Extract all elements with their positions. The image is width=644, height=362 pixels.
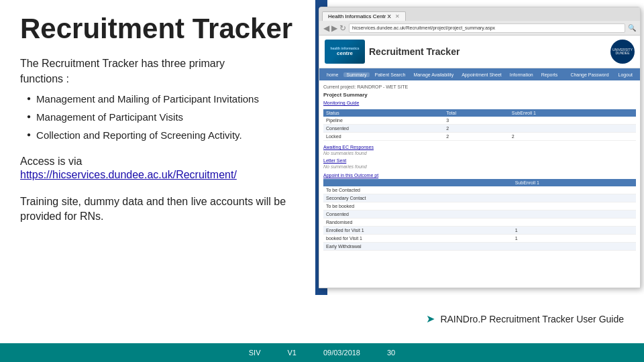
nav-patient-search[interactable]: Patient Search xyxy=(371,72,409,77)
browser-tabs: Health Informatics Centr X ✕ xyxy=(319,7,640,21)
table-row: Early Withdrawal xyxy=(323,243,636,251)
project-summary-title: Project Summary xyxy=(323,92,636,98)
table-row: Secondary Contact xyxy=(323,194,636,202)
col-total: Total xyxy=(443,109,509,117)
bullet-list: Management and Mailing of Participant In… xyxy=(27,92,302,142)
footer-page: 30 xyxy=(387,349,395,357)
hic-tracker-title: Recruitment Tracker xyxy=(369,46,460,57)
refresh-icon[interactable]: ↻ xyxy=(339,23,346,33)
uni-dundee-logo: UNIVERSITYDUNDEE xyxy=(610,40,635,64)
nav-summary[interactable]: Summary xyxy=(343,72,370,77)
footer-date: 09/03/2018 xyxy=(323,349,360,357)
table-row: Enrolled for Visit 11 xyxy=(323,227,636,235)
monitoring-guide-link[interactable]: Monitoring Guide xyxy=(323,101,636,105)
nav-change-password[interactable]: Change Password xyxy=(567,72,612,77)
nav-appointment-sheet[interactable]: Appointment Sheet xyxy=(458,72,505,77)
raindrop-reference: ➤ RAINDro.P Recruitment Tracker User Gui… xyxy=(426,312,624,325)
letter-value: No summaries found xyxy=(323,164,636,169)
raindrop-label: RAINDro.P Recruitment Tracker User Guide xyxy=(440,314,624,324)
appoint-table: SubEnroll 1 To be Contacted Secondary Co… xyxy=(323,179,636,251)
table-row: Randomised xyxy=(323,219,636,227)
hic-nav-right: Change Password Logout xyxy=(567,72,636,77)
bullet-item-1: Management and Mailing of Participant In… xyxy=(27,92,302,106)
appoint-col-sub: SubEnroll 1 xyxy=(513,179,636,186)
table-row: booked for Visit 11 xyxy=(323,235,636,243)
bullet-item-3: Collection and Reporting of Screening Ac… xyxy=(27,128,302,142)
hic-website-content: health informatics centre Recruitment Tr… xyxy=(319,36,640,288)
footer-bar: SIV V1 09/03/2018 30 xyxy=(0,343,644,362)
col-status: Status xyxy=(323,109,443,117)
access-section: Access is via https://hicservices.dundee… xyxy=(20,156,302,181)
browser-chrome: ◀ ▶ ↻ hicservices.dundee.ac.uk/Recruitme… xyxy=(319,21,640,36)
back-icon[interactable]: ◀ xyxy=(323,23,329,33)
table-row: To be booked xyxy=(323,202,636,210)
training-text: Training site, dummy data and then live … xyxy=(20,194,302,225)
table-row: Locked 2 2 xyxy=(323,133,636,141)
appoint-col-name xyxy=(323,179,513,186)
hic-logo-area: health informatics centre Recruitment Tr… xyxy=(325,40,460,64)
forward-icon[interactable]: ▶ xyxy=(331,23,337,33)
left-content-panel: Recruitment Tracker The Recruitment Trac… xyxy=(0,0,322,343)
right-panel: Health Informatics Centr X ✕ ◀ ▶ ↻ hicse… xyxy=(315,0,644,295)
bullet-item-2: Management of Participant Visits xyxy=(27,110,302,124)
letter-title[interactable]: Letter Sent xyxy=(323,158,636,163)
nav-information[interactable]: Information xyxy=(506,72,537,77)
hic-nav-bar: home Summary Patient Search Manage Avail… xyxy=(319,68,640,80)
browser-tab-active[interactable]: Health Informatics Centr X ✕ xyxy=(322,11,406,21)
slide-title: Recruitment Tracker xyxy=(20,13,302,44)
hic-header: health informatics centre Recruitment Tr… xyxy=(319,36,640,68)
table-row: Pipeline 3 xyxy=(323,117,636,125)
mailing-value: No summaries found xyxy=(323,151,636,156)
hic-body: Current project: RAINDROP - WET SITE Pro… xyxy=(319,80,640,255)
nav-manage-availability[interactable]: Manage Availability xyxy=(410,72,457,77)
intro-text-line1: The Recruitment Tracker has three primar… xyxy=(20,56,302,86)
nav-buttons: ◀ ▶ ↻ xyxy=(323,23,346,33)
access-link[interactable]: https://hicservices.dundee.ac.uk/Recruit… xyxy=(20,169,302,181)
nav-logout[interactable]: Logout xyxy=(615,72,636,77)
table-row: Consented 2 xyxy=(323,125,636,133)
col-subenroll: SubEnroll 1 xyxy=(509,109,636,117)
browser-window: Health Informatics Centr X ✕ ◀ ▶ ↻ hicse… xyxy=(319,7,641,288)
footer-content: SIV V1 09/03/2018 30 xyxy=(0,349,644,357)
appoint-section-title[interactable]: Appoint in this Outcome pt xyxy=(323,173,636,178)
tab-close-icon[interactable]: ✕ xyxy=(395,13,400,19)
mailing-title[interactable]: Awaiting EC Responses xyxy=(323,145,636,149)
access-label: Access is via xyxy=(20,156,82,167)
breadcrumb: Current project: RAINDROP - WET SITE xyxy=(323,84,636,89)
table-row: Consented xyxy=(323,210,636,219)
search-icon[interactable]: 🔍 xyxy=(628,24,636,32)
summary-table: Status Total SubEnroll 1 Pipeline 3 Cons… xyxy=(323,109,636,141)
mailing-section: Awaiting EC Responses No summaries found xyxy=(323,145,636,156)
nav-reports[interactable]: Reports xyxy=(538,72,561,77)
raindrop-arrow-icon: ➤ xyxy=(426,312,435,325)
letter-section: Letter Sent No summaries found xyxy=(323,158,636,169)
nav-home[interactable]: home xyxy=(323,72,342,77)
hic-logo-box: health informatics centre xyxy=(325,40,365,64)
table-row: To be Contacted xyxy=(323,186,636,194)
footer-version: SIV xyxy=(249,349,261,357)
address-bar[interactable]: hicservices.dundee.ac.uk/Recruitment/pro… xyxy=(349,23,625,33)
footer-v-label: V1 xyxy=(287,349,296,357)
